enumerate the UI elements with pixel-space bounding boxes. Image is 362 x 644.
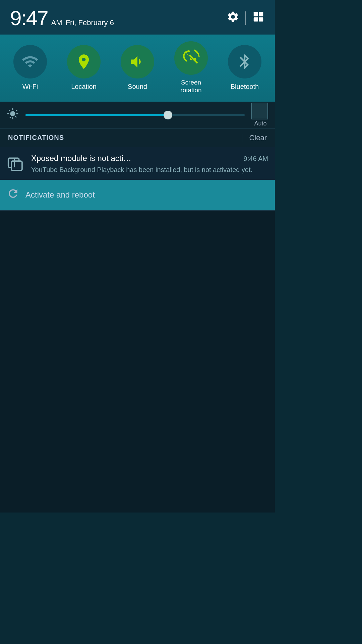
notification-time: 9:46 AM [244,155,268,163]
rotation-circle [174,41,208,75]
brightness-slider[interactable] [25,114,245,116]
clear-button[interactable]: Clear [249,133,267,142]
toggle-bluetooth[interactable]: Bluetooth [228,45,261,91]
toggle-screen-rotation[interactable]: Screen rotation [174,41,208,94]
notification-main: Xposed module is not acti… 9:46 AM YouTu… [0,147,275,180]
sound-label: Sound [128,83,147,91]
bluetooth-circle [228,45,261,78]
time-block: 9:47 AM Fri, February 6 [10,6,114,30]
auto-box[interactable] [251,103,268,119]
sound-circle [121,45,154,78]
notifications-divider [242,133,242,142]
activate-reboot-button[interactable]: Activate and reboot [0,180,275,210]
toggle-wifi[interactable]: Wi-Fi [13,45,47,91]
status-icons [227,10,265,26]
brightness-icon [7,108,19,122]
svg-rect-3 [259,17,263,21]
notification-card: Xposed module is not acti… 9:46 AM YouTu… [0,147,275,211]
status-date: Fri, February 6 [66,18,114,27]
wifi-label: Wi-Fi [22,83,38,91]
status-divider [245,11,246,25]
svg-rect-5 [11,161,22,170]
bluetooth-label: Bluetooth [231,83,259,91]
quick-toggle-panel: Wi-Fi Location Sound Screen rotation [0,35,275,102]
status-bar: 9:47 AM Fri, February 6 [0,0,275,35]
location-circle [67,45,101,78]
refresh-icon [7,187,19,203]
clock-ampm: AM [51,18,62,27]
auto-label: Auto [254,120,266,127]
notification-title: Xposed module is not acti… [31,154,131,163]
activate-label: Activate and reboot [25,190,95,200]
location-label: Location [71,83,97,91]
grid-icon[interactable] [252,10,265,26]
brightness-bar: Auto [0,102,275,128]
notification-content: Xposed module is not acti… 9:46 AM YouTu… [31,154,268,174]
notification-body: YouTube Background Playback has been ins… [31,166,252,173]
settings-icon[interactable] [227,10,239,26]
svg-rect-1 [259,12,263,16]
auto-section[interactable]: Auto [251,103,268,127]
toggle-location[interactable]: Location [67,45,101,91]
toggle-sound[interactable]: Sound [121,45,154,91]
notification-title-row: Xposed module is not acti… 9:46 AM [31,154,268,163]
wifi-circle [13,45,47,78]
brightness-thumb[interactable] [164,111,172,119]
background-area [0,211,275,513]
notification-app-icon [7,155,25,173]
notifications-header: NOTIFICATIONS Clear [0,128,275,147]
rotation-label: Screen rotation [180,79,201,94]
svg-rect-2 [254,17,258,21]
svg-rect-0 [254,12,258,16]
brightness-fill [25,114,168,116]
clock-time: 9:47 [10,6,48,30]
notifications-label: NOTIFICATIONS [8,134,242,142]
